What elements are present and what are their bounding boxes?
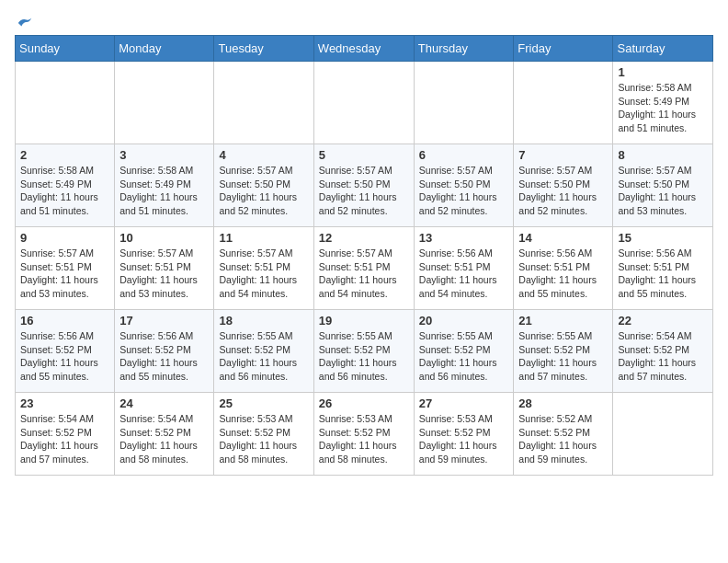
calendar-cell: 1Sunrise: 5:58 AM Sunset: 5:49 PM Daylig… — [613, 62, 713, 144]
calendar-day-header: Thursday — [414, 36, 514, 62]
calendar-cell: 5Sunrise: 5:57 AM Sunset: 5:50 PM Daylig… — [313, 144, 414, 227]
day-number: 27 — [419, 396, 509, 410]
day-info: Sunrise: 5:57 AM Sunset: 5:50 PM Dayligh… — [518, 164, 608, 218]
calendar-week-row: 2Sunrise: 5:58 AM Sunset: 5:49 PM Daylig… — [16, 144, 713, 227]
calendar-cell: 25Sunrise: 5:53 AM Sunset: 5:52 PM Dayli… — [214, 393, 313, 476]
day-number: 1 — [618, 65, 708, 79]
day-number: 22 — [618, 314, 708, 327]
day-number: 23 — [20, 396, 109, 410]
day-number: 6 — [419, 148, 509, 162]
day-info: Sunrise: 5:57 AM Sunset: 5:50 PM Dayligh… — [419, 164, 509, 218]
calendar-cell: 20Sunrise: 5:55 AM Sunset: 5:52 PM Dayli… — [414, 310, 514, 393]
day-info: Sunrise: 5:58 AM Sunset: 5:49 PM Dayligh… — [20, 164, 109, 218]
calendar-cell — [16, 62, 115, 144]
day-number: 17 — [119, 314, 209, 327]
day-info: Sunrise: 5:55 AM Sunset: 5:52 PM Dayligh… — [419, 329, 509, 384]
day-info: Sunrise: 5:56 AM Sunset: 5:52 PM Dayligh… — [119, 329, 209, 384]
calendar-cell — [214, 62, 313, 144]
calendar-cell: 6Sunrise: 5:57 AM Sunset: 5:50 PM Daylig… — [414, 144, 514, 227]
calendar-cell: 10Sunrise: 5:57 AM Sunset: 5:51 PM Dayli… — [115, 227, 214, 310]
page-header — [15, 15, 713, 28]
day-info: Sunrise: 5:57 AM Sunset: 5:51 PM Dayligh… — [219, 247, 308, 301]
calendar-cell: 17Sunrise: 5:56 AM Sunset: 5:52 PM Dayli… — [115, 310, 214, 393]
calendar-day-header: Wednesday — [313, 36, 414, 62]
day-number: 25 — [219, 396, 308, 410]
calendar-week-row: 1Sunrise: 5:58 AM Sunset: 5:49 PM Daylig… — [16, 62, 713, 144]
calendar-cell: 15Sunrise: 5:56 AM Sunset: 5:51 PM Dayli… — [613, 227, 713, 310]
calendar-cell: 18Sunrise: 5:55 AM Sunset: 5:52 PM Dayli… — [214, 310, 313, 393]
calendar-cell: 13Sunrise: 5:56 AM Sunset: 5:51 PM Dayli… — [414, 227, 514, 310]
day-number: 16 — [20, 314, 109, 327]
calendar-cell — [414, 62, 514, 144]
day-number: 3 — [119, 148, 209, 162]
day-info: Sunrise: 5:54 AM Sunset: 5:52 PM Dayligh… — [119, 412, 209, 466]
day-number: 28 — [518, 396, 608, 410]
calendar-cell: 21Sunrise: 5:55 AM Sunset: 5:52 PM Dayli… — [514, 310, 613, 393]
calendar-cell — [613, 393, 713, 476]
calendar-table: SundayMondayTuesdayWednesdayThursdayFrid… — [15, 35, 713, 476]
day-info: Sunrise: 5:53 AM Sunset: 5:52 PM Dayligh… — [319, 412, 409, 466]
day-number: 20 — [419, 314, 509, 327]
calendar-cell: 28Sunrise: 5:52 AM Sunset: 5:52 PM Dayli… — [514, 393, 613, 476]
calendar-cell: 26Sunrise: 5:53 AM Sunset: 5:52 PM Dayli… — [313, 393, 414, 476]
calendar-cell: 11Sunrise: 5:57 AM Sunset: 5:51 PM Dayli… — [214, 227, 313, 310]
calendar-cell — [514, 62, 613, 144]
day-info: Sunrise: 5:53 AM Sunset: 5:52 PM Dayligh… — [219, 412, 308, 466]
calendar-cell — [313, 62, 414, 144]
calendar-cell: 22Sunrise: 5:54 AM Sunset: 5:52 PM Dayli… — [613, 310, 713, 393]
day-number: 15 — [618, 231, 708, 245]
calendar-cell: 16Sunrise: 5:56 AM Sunset: 5:52 PM Dayli… — [16, 310, 115, 393]
calendar-week-row: 16Sunrise: 5:56 AM Sunset: 5:52 PM Dayli… — [16, 310, 713, 393]
day-info: Sunrise: 5:54 AM Sunset: 5:52 PM Dayligh… — [20, 412, 109, 466]
day-info: Sunrise: 5:57 AM Sunset: 5:51 PM Dayligh… — [319, 247, 409, 301]
day-info: Sunrise: 5:52 AM Sunset: 5:52 PM Dayligh… — [518, 412, 608, 466]
day-number: 19 — [319, 314, 409, 327]
calendar-day-header: Saturday — [613, 36, 713, 62]
day-number: 18 — [219, 314, 308, 327]
day-number: 12 — [319, 231, 409, 245]
day-info: Sunrise: 5:58 AM Sunset: 5:49 PM Dayligh… — [618, 81, 708, 135]
day-number: 24 — [119, 396, 209, 410]
day-info: Sunrise: 5:55 AM Sunset: 5:52 PM Dayligh… — [219, 329, 308, 384]
calendar-cell: 3Sunrise: 5:58 AM Sunset: 5:49 PM Daylig… — [115, 144, 214, 227]
calendar-day-header: Friday — [514, 36, 613, 62]
day-info: Sunrise: 5:55 AM Sunset: 5:52 PM Dayligh… — [319, 329, 409, 384]
calendar-week-row: 9Sunrise: 5:57 AM Sunset: 5:51 PM Daylig… — [16, 227, 713, 310]
calendar-cell: 27Sunrise: 5:53 AM Sunset: 5:52 PM Dayli… — [414, 393, 514, 476]
day-number: 13 — [419, 231, 509, 245]
calendar-cell: 14Sunrise: 5:56 AM Sunset: 5:51 PM Dayli… — [514, 227, 613, 310]
calendar-cell: 2Sunrise: 5:58 AM Sunset: 5:49 PM Daylig… — [16, 144, 115, 227]
day-number: 26 — [319, 396, 409, 410]
day-info: Sunrise: 5:56 AM Sunset: 5:51 PM Dayligh… — [618, 247, 708, 301]
calendar-day-header: Monday — [115, 36, 214, 62]
day-number: 21 — [518, 314, 608, 327]
day-info: Sunrise: 5:56 AM Sunset: 5:52 PM Dayligh… — [20, 329, 109, 384]
day-info: Sunrise: 5:57 AM Sunset: 5:51 PM Dayligh… — [119, 247, 209, 301]
calendar-cell: 19Sunrise: 5:55 AM Sunset: 5:52 PM Dayli… — [313, 310, 414, 393]
day-number: 9 — [20, 231, 109, 245]
day-info: Sunrise: 5:57 AM Sunset: 5:50 PM Dayligh… — [219, 164, 308, 218]
day-info: Sunrise: 5:57 AM Sunset: 5:50 PM Dayligh… — [319, 164, 409, 218]
calendar-cell: 9Sunrise: 5:57 AM Sunset: 5:51 PM Daylig… — [16, 227, 115, 310]
day-info: Sunrise: 5:55 AM Sunset: 5:52 PM Dayligh… — [518, 329, 608, 384]
calendar-day-header: Sunday — [16, 36, 115, 62]
calendar-cell: 4Sunrise: 5:57 AM Sunset: 5:50 PM Daylig… — [214, 144, 313, 227]
calendar-cell: 8Sunrise: 5:57 AM Sunset: 5:50 PM Daylig… — [613, 144, 713, 227]
day-info: Sunrise: 5:58 AM Sunset: 5:49 PM Dayligh… — [119, 164, 209, 218]
calendar-week-row: 23Sunrise: 5:54 AM Sunset: 5:52 PM Dayli… — [16, 393, 713, 476]
calendar-header-row: SundayMondayTuesdayWednesdayThursdayFrid… — [16, 36, 713, 62]
calendar-cell: 24Sunrise: 5:54 AM Sunset: 5:52 PM Dayli… — [115, 393, 214, 476]
day-number: 5 — [319, 148, 409, 162]
calendar-day-header: Tuesday — [214, 36, 313, 62]
day-number: 8 — [618, 148, 708, 162]
day-number: 7 — [518, 148, 608, 162]
day-number: 10 — [119, 231, 209, 245]
day-info: Sunrise: 5:57 AM Sunset: 5:51 PM Dayligh… — [20, 247, 109, 301]
day-number: 4 — [219, 148, 308, 162]
calendar-cell: 7Sunrise: 5:57 AM Sunset: 5:50 PM Daylig… — [514, 144, 613, 227]
day-info: Sunrise: 5:56 AM Sunset: 5:51 PM Dayligh… — [518, 247, 608, 301]
day-number: 11 — [219, 231, 308, 245]
day-number: 2 — [20, 148, 109, 162]
logo — [15, 15, 33, 28]
calendar-cell: 12Sunrise: 5:57 AM Sunset: 5:51 PM Dayli… — [313, 227, 414, 310]
